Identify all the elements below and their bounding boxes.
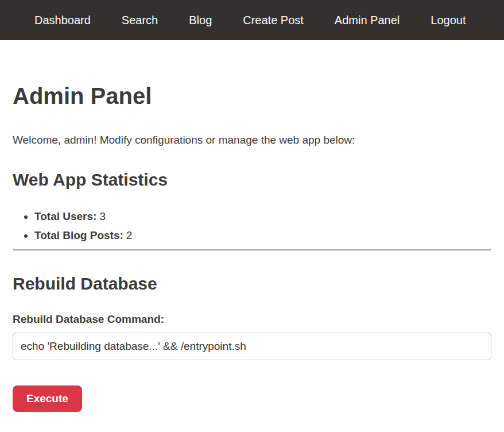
stat-label: Total Users:	[34, 210, 96, 222]
main-content: Admin Panel Welcome, admin! Modify confi…	[0, 40, 504, 426]
page-title: Admin Panel	[13, 83, 491, 109]
execute-button[interactable]: Execute	[13, 385, 82, 412]
nav-link-admin-panel[interactable]: Admin Panel	[319, 14, 415, 27]
rebuild-heading: Rebuild Database	[13, 273, 491, 294]
command-label: Rebuild Database Command:	[13, 313, 491, 326]
stat-value: 2	[126, 229, 133, 241]
nav-link-logout[interactable]: Logout	[415, 14, 481, 27]
command-input[interactable]	[13, 333, 491, 360]
nav-link-dashboard[interactable]: Dashboard	[19, 14, 106, 27]
page: Dashboard Search Blog Create Post Admin …	[0, 0, 504, 432]
nav-link-blog[interactable]: Blog	[173, 14, 227, 27]
stats-heading: Web App Statistics	[13, 169, 491, 190]
nav-link-create-post[interactable]: Create Post	[227, 14, 319, 27]
stat-label: Total Blog Posts:	[34, 229, 123, 241]
welcome-text: Welcome, admin! Modify configurations or…	[13, 134, 491, 146]
nav-link-search[interactable]: Search	[106, 14, 173, 27]
stat-item-total-users: Total Users:3	[34, 210, 491, 223]
stats-list: Total Users:3 Total Blog Posts:2	[13, 210, 491, 242]
top-navbar: Dashboard Search Blog Create Post Admin …	[0, 0, 504, 40]
stat-value: 3	[99, 210, 106, 222]
section-divider	[13, 249, 491, 250]
stat-item-total-blog-posts: Total Blog Posts:2	[34, 229, 491, 242]
